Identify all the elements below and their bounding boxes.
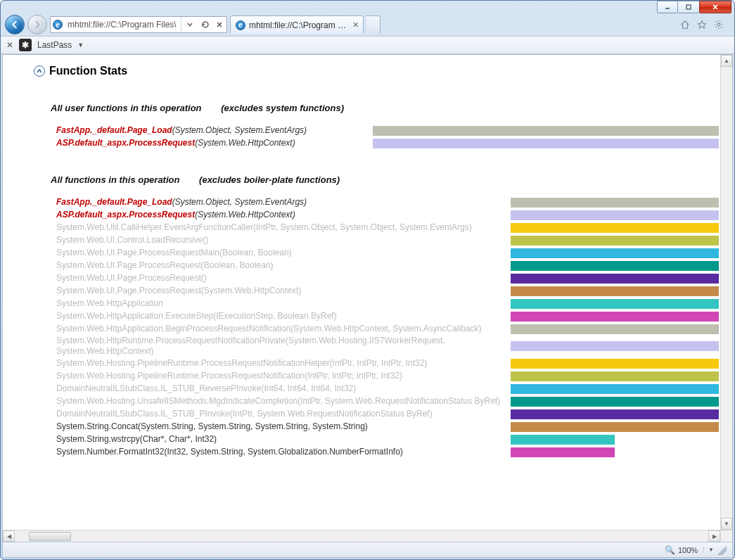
stop-button[interactable] — [212, 17, 226, 32]
section-user-functions-title: All user functions in this operation (ex… — [51, 103, 719, 113]
function-name[interactable]: FastApp._default.Page_Load(System.Object… — [56, 197, 504, 208]
function-bar — [511, 397, 719, 407]
function-bar — [511, 299, 719, 309]
scroll-left-button[interactable]: ◀ — [3, 530, 15, 542]
tab-favicon: e — [235, 20, 246, 31]
scroll-right-button[interactable]: ▶ — [708, 530, 720, 542]
function-row: System.Web.HttpApplication.BeginProcessR… — [56, 323, 719, 335]
zoom-level: 100% — [678, 546, 698, 554]
function-bar — [511, 210, 719, 220]
vertical-scrollbar[interactable]: ▲ ▼ — [720, 55, 732, 530]
function-bar — [511, 236, 719, 246]
new-tab-button[interactable] — [366, 15, 381, 34]
section-all-functions-title: All functions in this operation (exclude… — [51, 174, 719, 185]
function-name[interactable]: FastApp._default.Page_Load(System.Object… — [56, 125, 366, 136]
function-name[interactable]: System.Web.UI.Page.ProcessRequest(Boolea… — [56, 260, 504, 271]
horizontal-scrollbar[interactable]: ◀ ▶ — [3, 530, 720, 542]
collapse-icon[interactable] — [34, 65, 45, 77]
function-row: FastApp._default.Page_Load(System.Object… — [56, 196, 719, 208]
function-bar-cell — [511, 299, 719, 309]
function-bar — [511, 286, 719, 296]
lastpass-icon[interactable]: ✱ — [19, 39, 32, 51]
function-row: System.Web.UI.Control.LoadRecursive() — [56, 234, 719, 246]
function-bar — [511, 341, 719, 351]
function-name[interactable]: System.Web.Util.CalliHelper.EventArgFunc… — [56, 222, 504, 233]
function-bar-cell — [511, 274, 719, 284]
function-name[interactable]: System.Web.HttpRuntime.ProcessRequestNot… — [56, 336, 504, 357]
svg-line-7 — [716, 22, 717, 23]
back-button[interactable] — [5, 15, 25, 34]
resize-grip[interactable] — [717, 545, 727, 555]
address-bar[interactable]: e — [50, 16, 227, 33]
function-name[interactable]: System.String.Concat(System.String, Syst… — [56, 421, 504, 432]
svg-rect-1 — [686, 5, 691, 9]
window-close-button[interactable] — [699, 1, 731, 13]
function-bar — [511, 198, 719, 208]
function-row: System.Number.FormatInt32(Int32, System.… — [56, 446, 719, 458]
function-bar — [511, 223, 719, 233]
function-row: ASP.default_aspx.ProcessRequest(System.W… — [56, 209, 719, 221]
svg-point-2 — [717, 23, 720, 26]
function-name[interactable]: System.Web.UI.Page.ProcessRequestMain(Bo… — [56, 248, 504, 258]
function-row: System.Web.Hosting.UnsafeIISMethods.MgdI… — [56, 395, 719, 407]
function-bar — [511, 248, 719, 258]
refresh-button[interactable] — [198, 17, 212, 32]
function-bar-cell — [511, 397, 719, 407]
function-name[interactable]: System.Web.UI.Control.LoadRecursive() — [56, 235, 504, 246]
function-name[interactable]: System.Web.Hosting.PipelineRuntime.Proce… — [56, 371, 504, 381]
function-name[interactable]: System.Web.HttpApplication — [56, 298, 504, 309]
function-bar-cell — [511, 286, 719, 296]
scroll-down-button[interactable]: ▼ — [721, 518, 732, 530]
address-dropdown-button[interactable] — [181, 17, 198, 32]
function-bar — [511, 312, 719, 322]
zoom-dropdown[interactable]: ▼ — [703, 547, 714, 553]
function-name[interactable]: System.String.wstrcpy(Char*, Char*, Int3… — [56, 434, 504, 445]
extbar-close-button[interactable]: ✕ — [6, 40, 13, 50]
function-bar-cell — [511, 341, 719, 351]
lastpass-dropdown[interactable]: ▼ — [77, 42, 84, 49]
zoom-icon[interactable]: 🔍 — [665, 545, 675, 555]
function-bar-cell — [511, 248, 719, 258]
settings-icon[interactable] — [713, 19, 724, 30]
function-name[interactable]: System.Number.FormatInt32(Int32, System.… — [56, 447, 504, 457]
function-name[interactable]: System.Web.HttpApplication.ExecuteStep(I… — [56, 311, 504, 322]
function-row: System.Web.Util.CalliHelper.EventArgFunc… — [56, 222, 719, 234]
tab-title: mhtml:file://C:\Program Fil... — [249, 20, 350, 30]
function-row: System.Web.UI.Page.ProcessRequestMain(Bo… — [56, 247, 719, 259]
function-bar — [373, 126, 719, 136]
function-bar — [373, 139, 719, 148]
navigation-bar: e e mhtml:file://C:\Program Fil... ✕ — [1, 13, 734, 36]
function-bar-cell — [373, 126, 719, 136]
toolbar-right — [679, 13, 730, 36]
function-row: FastApp._default.Page_Load(System.Object… — [56, 125, 719, 136]
function-name[interactable]: System.Web.Hosting.PipelineRuntime.Proce… — [56, 358, 504, 369]
function-row: System.Web.HttpApplication — [56, 298, 719, 310]
forward-button[interactable] — [27, 15, 47, 34]
function-name[interactable]: System.Web.UI.Page.ProcessRequest() — [56, 273, 504, 284]
favorites-icon[interactable] — [696, 19, 708, 30]
function-name[interactable]: DomainNeutralILStubClass.IL_STUB_PInvoke… — [56, 409, 504, 419]
browser-tab[interactable]: e mhtml:file://C:\Program Fil... ✕ — [230, 15, 364, 34]
horizontal-scroll-thumb[interactable] — [29, 532, 71, 541]
function-bar-cell — [511, 223, 719, 233]
function-name[interactable]: ASP.default_aspx.ProcessRequest(System.W… — [56, 210, 504, 220]
function-name[interactable]: System.Web.UI.Page.ProcessRequest(System… — [56, 286, 504, 296]
address-input[interactable] — [65, 20, 181, 30]
tab-close-button[interactable]: ✕ — [352, 20, 359, 30]
scroll-up-button[interactable]: ▲ — [721, 55, 732, 67]
window-minimize-button[interactable] — [657, 1, 678, 13]
lastpass-label[interactable]: LastPass — [37, 40, 72, 50]
content-area: Function Stats All user functions in thi… — [2, 54, 733, 558]
function-bar-cell — [511, 359, 719, 369]
function-name[interactable]: ASP.default_aspx.ProcessRequest(System.W… — [56, 138, 366, 148]
home-icon[interactable] — [679, 19, 691, 30]
function-name[interactable]: System.Web.Hosting.UnsafeIISMethods.MgdI… — [56, 396, 504, 407]
function-bar-cell — [511, 324, 719, 334]
page-body: Function Stats All user functions in thi… — [3, 55, 720, 530]
status-bar: 🔍 100% ▼ — [3, 542, 732, 557]
window-maximize-button[interactable] — [678, 1, 699, 13]
function-name[interactable]: System.Web.HttpApplication.BeginProcessR… — [56, 324, 504, 334]
function-bar — [511, 447, 615, 457]
function-bar-cell — [511, 236, 719, 246]
function-name[interactable]: DomainNeutralILStubClass.IL_STUB_Reverse… — [56, 383, 504, 394]
